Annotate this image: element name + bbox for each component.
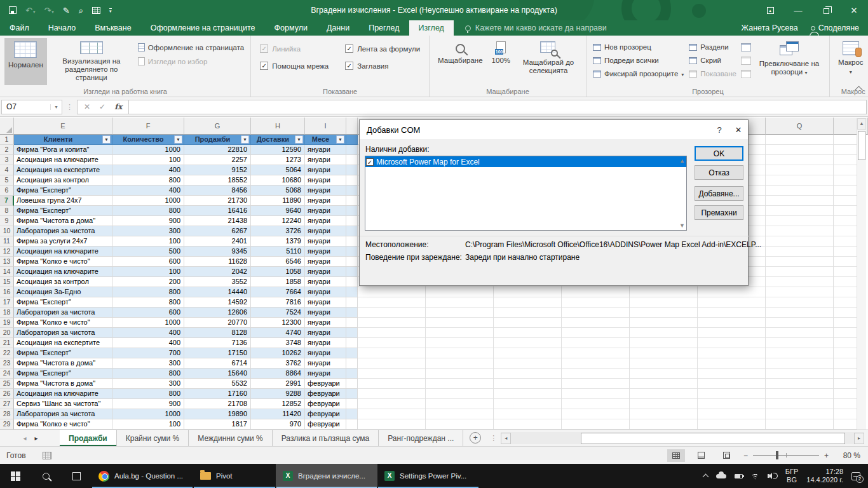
cell-client[interactable]: Лаборатория за чистота <box>14 328 112 338</box>
cell-sales[interactable]: 3552 <box>184 277 251 287</box>
language-indicator[interactable]: БГРBG <box>785 468 799 484</box>
cell[interactable] <box>346 226 358 236</box>
cell[interactable] <box>346 165 358 175</box>
vertical-scrollbar[interactable]: ▲ <box>857 118 866 430</box>
cell-client[interactable]: Фирма "Чистота в дома" <box>14 358 112 369</box>
row-header[interactable]: 23 <box>0 358 14 369</box>
cell-quantity[interactable]: 800 <box>112 297 184 308</box>
taskbar-window-chrome[interactable]: Aula.bg - Question ... <box>92 464 193 488</box>
cell-sales[interactable]: 6714 <box>184 358 251 369</box>
macros-button[interactable]: Макрос ▾ <box>834 38 867 85</box>
cell-month[interactable]: януари <box>305 308 346 318</box>
cell-client[interactable]: Асоциация на ключарите <box>14 389 112 399</box>
normal-view-button[interactable]: Нормален <box>4 38 47 85</box>
cell[interactable] <box>346 318 358 328</box>
cell-sales[interactable]: 11628 <box>184 257 251 267</box>
cell-sales[interactable]: 17160 <box>184 389 251 399</box>
cell-quantity[interactable]: 400 <box>112 165 184 175</box>
cell-deliveries[interactable]: 1379 <box>251 236 305 247</box>
cell-month[interactable]: януари <box>305 297 346 308</box>
arrange-all-button[interactable]: Подреди всички <box>593 57 684 64</box>
synchronous-scrolling-icon[interactable] <box>741 57 751 65</box>
cell-quantity[interactable]: 100 <box>112 236 184 247</box>
split-button[interactable]: Раздели <box>689 43 736 51</box>
cell-sales[interactable]: 2257 <box>184 155 251 165</box>
cell-client[interactable]: Фирма за услуги 24х7 <box>14 236 112 247</box>
cell-month[interactable]: януари <box>305 287 346 297</box>
cell-sales[interactable]: 21730 <box>184 196 251 206</box>
cell-sales[interactable]: 20770 <box>184 318 251 328</box>
column-header-q[interactable]: Q <box>766 118 834 135</box>
cell-quantity[interactable]: 100 <box>112 155 184 165</box>
cancel-icon[interactable]: ✕ <box>84 102 90 111</box>
column-header-g[interactable]: G <box>184 118 251 135</box>
cell-month[interactable]: януари <box>305 247 346 257</box>
cell-client[interactable]: Фирма "Експерт" <box>14 297 112 308</box>
sheet-tab-rang[interactable]: Ранг-подреждан ... <box>379 430 463 446</box>
sheet-tab-krayni-sumi[interactable]: Крайни суми % <box>117 430 189 446</box>
row-header[interactable]: 4 <box>0 165 14 175</box>
table-header-cell[interactable] <box>346 135 358 145</box>
cell-client[interactable]: Асоциация на ключарите <box>14 247 112 257</box>
cell-client[interactable]: Фирма "Колко е чисто" <box>14 419 112 430</box>
cell-quantity[interactable]: 200 <box>112 277 184 287</box>
cell-deliveries[interactable]: 1858 <box>251 277 305 287</box>
cell-deliveries[interactable]: 11890 <box>251 196 305 206</box>
cell-deliveries[interactable]: 5064 <box>251 165 305 175</box>
cell-client[interactable]: Лаборатория за чистота <box>14 409 112 419</box>
add-button[interactable]: Добавяне... <box>695 186 743 201</box>
cell-month[interactable]: януари <box>305 369 346 379</box>
row-header[interactable]: 18 <box>0 308 14 318</box>
tab-page-layout[interactable]: Оформление на страниците <box>141 20 265 36</box>
cell-client[interactable]: Ловешка група 24х7 <box>14 196 112 206</box>
row-header[interactable]: 24 <box>0 369 14 379</box>
table-header-cell[interactable]: Клиенти▼ <box>14 135 112 145</box>
tab-home[interactable]: Начало <box>39 20 86 36</box>
ribbon-display-options-icon[interactable]: ▴ <box>756 0 784 20</box>
cell-deliveries[interactable]: 4740 <box>251 328 305 338</box>
ok-button[interactable]: OK <box>695 146 743 161</box>
cell-month[interactable]: февруари <box>305 409 346 419</box>
cell-sales[interactable]: 15640 <box>184 369 251 379</box>
zoom-out-icon[interactable]: − <box>743 451 748 460</box>
cell[interactable] <box>346 236 358 247</box>
gridlines-checkbox[interactable]: ✓ Помощна мрежа <box>260 62 329 70</box>
cell-sales[interactable]: 14592 <box>184 297 251 308</box>
cell-deliveries[interactable]: 3726 <box>251 226 305 236</box>
cell[interactable] <box>346 297 358 308</box>
row-header[interactable]: 25 <box>0 379 14 389</box>
cell-month[interactable]: февруари <box>305 399 346 409</box>
cell-quantity[interactable]: 900 <box>112 216 184 226</box>
row-header[interactable]: 14 <box>0 267 14 277</box>
cell-deliveries[interactable]: 9288 <box>251 389 305 399</box>
cell-quantity[interactable]: 900 <box>112 399 184 409</box>
horizontal-scrollbar-thumb[interactable] <box>581 433 845 444</box>
cell[interactable] <box>346 379 358 389</box>
cell-sales[interactable]: 14440 <box>184 287 251 297</box>
cell-client[interactable]: Фирма "Колко е чисто" <box>14 257 112 267</box>
hide-button[interactable]: Скрий <box>689 57 736 64</box>
cell[interactable] <box>346 277 358 287</box>
cell-client[interactable]: Фирма "Рога и копита" <box>14 145 112 155</box>
tab-view[interactable]: Изглед <box>409 20 454 36</box>
cell-deliveries[interactable]: 7664 <box>251 287 305 297</box>
tab-insert[interactable]: Вмъкване <box>85 20 140 36</box>
cell-quantity[interactable]: 1000 <box>112 145 184 155</box>
cell-sales[interactable]: 16416 <box>184 206 251 216</box>
cell-quantity[interactable]: 1000 <box>112 409 184 419</box>
headings-checkbox[interactable]: ✓ Заглавия <box>345 62 420 70</box>
cell-quantity[interactable]: 100 <box>112 267 184 277</box>
zoom-in-icon[interactable]: + <box>824 451 829 460</box>
taskbar-search-button[interactable] <box>31 464 61 488</box>
cell[interactable] <box>346 399 358 409</box>
formula-input[interactable] <box>129 100 867 114</box>
cell[interactable] <box>346 206 358 216</box>
cell-month[interactable]: януари <box>305 165 346 175</box>
chevron-down-icon[interactable]: ▾ <box>50 104 62 110</box>
cell-deliveries[interactable]: 12240 <box>251 216 305 226</box>
print-preview-icon[interactable]: ⌕ <box>79 6 83 15</box>
cell-sales[interactable]: 7136 <box>184 338 251 348</box>
cell[interactable] <box>346 328 358 338</box>
cell-quantity[interactable]: 400 <box>112 328 184 338</box>
cell-deliveries[interactable]: 5068 <box>251 186 305 196</box>
